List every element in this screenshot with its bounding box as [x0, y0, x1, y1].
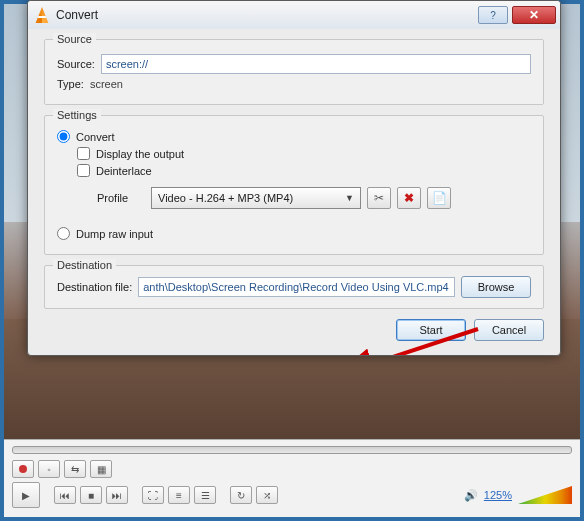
prev-button[interactable]: ⏮ — [54, 486, 76, 504]
dialog-body: Source Source: Type: screen Settings Con… — [28, 29, 560, 355]
fullscreen-button[interactable]: ⛶ — [142, 486, 164, 504]
convert-dialog: Convert ? ✕ Source Source: Type: screen … — [27, 0, 561, 356]
display-output-label: Display the output — [96, 148, 184, 160]
settings-legend: Settings — [53, 109, 101, 121]
start-button[interactable]: Start — [396, 319, 466, 341]
edit-profile-button[interactable]: ✂ — [367, 187, 391, 209]
dump-radio[interactable]: Dump raw input — [57, 227, 531, 240]
destination-file-input[interactable] — [138, 277, 455, 297]
type-label: Type: — [57, 78, 84, 90]
deinterlace-checkbox[interactable]: Deinterlace — [77, 164, 531, 177]
shuffle-button[interactable]: ⤮ — [256, 486, 278, 504]
source-label: Source: — [57, 58, 95, 70]
stop-button[interactable]: ■ — [80, 486, 102, 504]
source-group: Source Source: Type: screen — [44, 39, 544, 105]
settings-group: Settings Convert Display the output Dein… — [44, 115, 544, 255]
convert-radio-input[interactable] — [57, 130, 70, 143]
atob-button[interactable]: ⇆ — [64, 460, 86, 478]
window-title: Convert — [56, 8, 98, 22]
source-input[interactable] — [101, 54, 531, 74]
snapshot-button[interactable]: ◦ — [38, 460, 60, 478]
ext-settings-button[interactable]: ≡ — [168, 486, 190, 504]
browse-button[interactable]: Browse — [461, 276, 531, 298]
profile-value: Video - H.264 + MP3 (MP4) — [158, 192, 293, 204]
display-output-cb-input[interactable] — [77, 147, 90, 160]
volume-percent[interactable]: 125% — [484, 489, 512, 501]
dump-radio-label: Dump raw input — [76, 228, 153, 240]
frame-button[interactable]: ▦ — [90, 460, 112, 478]
convert-radio-label: Convert — [76, 131, 115, 143]
destination-file-label: Destination file: — [57, 281, 132, 293]
titlebar[interactable]: Convert ? ✕ — [28, 1, 560, 29]
record-button[interactable] — [12, 460, 34, 478]
destination-legend: Destination — [53, 259, 116, 271]
source-legend: Source — [53, 33, 96, 45]
destination-group: Destination Destination file: Browse — [44, 265, 544, 309]
vlc-cone-icon — [34, 7, 50, 23]
volume-control[interactable]: 🔊 125% — [464, 486, 572, 504]
profile-combobox[interactable]: Video - H.264 + MP3 (MP4) ▼ — [151, 187, 361, 209]
profile-label: Profile — [97, 192, 145, 204]
new-profile-button[interactable]: 📄 — [427, 187, 451, 209]
deinterlace-label: Deinterlace — [96, 165, 152, 177]
playlist-button[interactable]: ☰ — [194, 486, 216, 504]
cancel-button[interactable]: Cancel — [474, 319, 544, 341]
deinterlace-cb-input[interactable] — [77, 164, 90, 177]
delete-profile-button[interactable]: ✖ — [397, 187, 421, 209]
play-button[interactable]: ▶ — [12, 482, 40, 508]
display-output-checkbox[interactable]: Display the output — [77, 147, 531, 160]
dialog-footer: Start Cancel — [44, 319, 544, 341]
seek-bar[interactable] — [12, 446, 572, 454]
chevron-down-icon: ▼ — [345, 193, 354, 203]
next-button[interactable]: ⏭ — [106, 486, 128, 504]
loop-button[interactable]: ↻ — [230, 486, 252, 504]
record-icon — [19, 465, 27, 473]
type-value: screen — [90, 78, 123, 90]
close-button[interactable]: ✕ — [512, 6, 556, 24]
dump-radio-input[interactable] — [57, 227, 70, 240]
help-button[interactable]: ? — [478, 6, 508, 24]
player-controls: ◦ ⇆ ▦ ▶ ⏮ ■ ⏭ ⛶ ≡ ☰ ↻ ⤮ 🔊 125% — [4, 439, 580, 517]
volume-slider[interactable] — [518, 486, 572, 504]
convert-radio[interactable]: Convert — [57, 130, 531, 143]
